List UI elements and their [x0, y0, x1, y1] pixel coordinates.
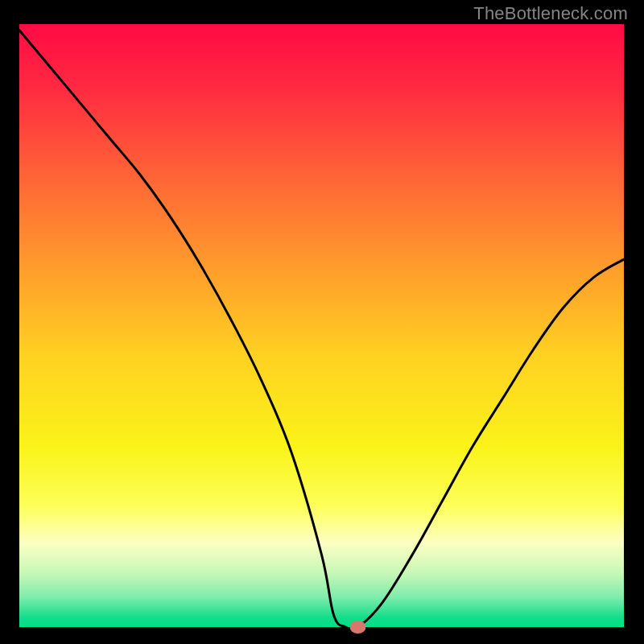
plot-background — [19, 24, 624, 627]
bottleneck-chart — [0, 0, 644, 644]
optimal-marker — [350, 621, 366, 634]
watermark-text: TheBottleneck.com — [473, 3, 628, 24]
chart-container: TheBottleneck.com — [0, 0, 644, 644]
